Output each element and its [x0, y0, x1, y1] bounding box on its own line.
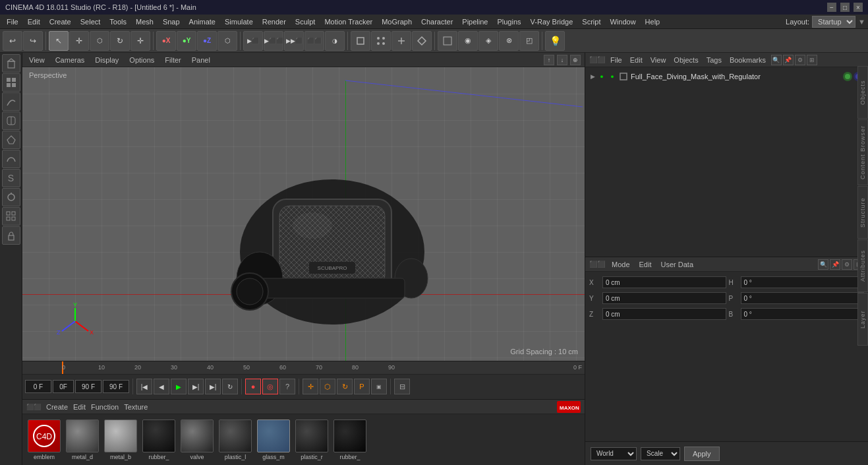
polygons-mode-button[interactable] [412, 31, 432, 51]
vp-menu-view[interactable]: View [26, 55, 47, 65]
menu-snap[interactable]: Snap [159, 16, 184, 27]
side-tab-structure[interactable]: Structure [857, 186, 868, 239]
frame-start-input[interactable] [53, 380, 74, 393]
vp-menu-cameras[interactable]: Cameras [53, 55, 88, 65]
attr-settings-btn[interactable]: ⚙ [842, 259, 852, 270]
left-tool-deformer[interactable] [2, 111, 20, 130]
redo-button[interactable]: ↪ [23, 31, 43, 51]
timeline-layout-button[interactable]: ⊟ [394, 379, 410, 394]
vp-nav-up[interactable]: ↑ [544, 55, 554, 65]
menu-create[interactable]: Create [45, 16, 75, 27]
attr-pin-btn[interactable]: 📌 [830, 259, 840, 270]
om-expand-button[interactable]: ⊞ [807, 55, 817, 65]
scale-tool-button[interactable]: ⬡ [90, 31, 109, 51]
menu-plugins[interactable]: Plugins [493, 16, 525, 27]
side-tab-layer[interactable]: Layer [857, 293, 868, 346]
key-help-button[interactable]: ? [279, 379, 295, 394]
left-tool-lock[interactable] [2, 226, 20, 245]
play-button[interactable]: ▶ [171, 379, 187, 394]
left-tool-paint[interactable] [2, 188, 20, 206]
light-button[interactable]: 💡 [545, 31, 565, 51]
attr-field-x-h[interactable]: 0 ° [741, 276, 865, 288]
side-tab-content-browser[interactable]: Content Browser [857, 119, 868, 185]
left-tool-checker[interactable] [2, 73, 20, 92]
menu-pipeline[interactable]: Pipeline [458, 16, 492, 27]
mat-menu-edit[interactable]: Edit [73, 403, 86, 411]
render-region-button[interactable]: ◑ [325, 31, 345, 51]
mat-menu-create[interactable]: Create [46, 403, 68, 411]
render-settings-button[interactable]: ◰ [519, 31, 539, 51]
y-axis-button[interactable]: ●Y [177, 31, 196, 51]
pos-key-button[interactable]: ✛ [303, 379, 318, 394]
menu-mograph[interactable]: MoGraph [378, 16, 416, 27]
mat-menu-texture[interactable]: Texture [124, 403, 148, 411]
om-menu-objects[interactable]: Objects [671, 55, 701, 65]
left-tool-cube[interactable] [2, 54, 20, 73]
step-back-button[interactable]: ◀ [154, 379, 169, 394]
menu-script[interactable]: Script [578, 16, 604, 27]
picture-viewer-button[interactable]: ⬛⬛ [304, 31, 324, 51]
obj-tag-1[interactable] [843, 72, 852, 81]
om-menu-bookmarks[interactable]: Bookmarks [727, 55, 768, 65]
attr-field-z-b[interactable]: 0 ° [741, 308, 865, 320]
timeline-ruler[interactable]: 0 10 20 30 40 50 60 70 80 90 0 F [22, 361, 585, 375]
single-view-button[interactable] [438, 31, 457, 51]
attr-field-z-pos[interactable]: 0 cm [602, 308, 726, 320]
om-menu-edit[interactable]: Edit [627, 55, 645, 65]
go-start-button[interactable]: |◀ [136, 379, 152, 394]
step-forward-button[interactable]: ▶| [188, 379, 204, 394]
vp-nav-plus[interactable]: ⊕ [570, 55, 581, 65]
attr-menu-mode[interactable]: Mode [609, 259, 633, 270]
maximize-button[interactable]: □ [840, 3, 850, 12]
record-button[interactable]: ● [245, 379, 261, 394]
side-tab-attributes[interactable]: Attributes [857, 239, 868, 292]
om-pin-button[interactable]: 📌 [783, 55, 794, 65]
select-tool-button[interactable]: ↖ [49, 31, 69, 51]
vp-menu-display[interactable]: Display [92, 55, 121, 65]
menu-sculpt[interactable]: Sculpt [291, 16, 320, 27]
coord-scale-select[interactable]: Scale Size [641, 447, 680, 460]
menu-edit[interactable]: Edit [24, 16, 44, 27]
material-rubber[interactable]: rubber_ [142, 419, 175, 460]
material-plastic-red[interactable]: plastic_r [295, 419, 328, 460]
om-menu-tags[interactable]: Tags [704, 55, 724, 65]
om-settings-button[interactable]: ⚙ [795, 55, 805, 65]
undo-button[interactable]: ↩ [3, 31, 22, 51]
apply-button[interactable]: Apply [684, 447, 720, 461]
left-tool-grid[interactable] [2, 207, 20, 226]
attr-menu-edit[interactable]: Edit [637, 259, 654, 270]
left-tool-s-icon[interactable]: S [2, 169, 20, 187]
layout-select[interactable]: Startup [812, 16, 855, 28]
render-view-button[interactable]: ▶⬛ [243, 31, 263, 51]
attr-search-btn[interactable]: 🔍 [818, 259, 828, 270]
viewport[interactable]: View Cameras Display Options Filter Pane… [22, 53, 585, 361]
rot-key-button[interactable]: ↻ [337, 379, 353, 394]
move-tool-button[interactable]: ✛ [69, 31, 89, 51]
world-axis-button[interactable]: ⬡ [217, 31, 237, 51]
vp-nav-down[interactable]: ↓ [557, 55, 567, 65]
menu-file[interactable]: File [3, 16, 22, 27]
hud-button[interactable]: ⊗ [499, 31, 519, 51]
vp-menu-panel[interactable]: Panel [189, 55, 213, 65]
material-plastic-light[interactable]: plastic_l [219, 419, 252, 460]
minimize-button[interactable]: − [827, 3, 836, 12]
attr-menu-userdata[interactable]: User Data [658, 259, 697, 270]
frame-max-input[interactable] [103, 380, 129, 393]
attr-field-y-pos[interactable]: 0 cm [602, 292, 726, 304]
render-active-button[interactable]: ▶▶⬛ [284, 31, 304, 51]
attr-field-y-p[interactable]: 0 ° [741, 292, 865, 304]
display-quality-button[interactable]: ◈ [478, 31, 498, 51]
viewport-canvas[interactable]: Perspective [22, 67, 585, 361]
auto-key-button[interactable]: ◎ [262, 379, 278, 394]
object-mode-button[interactable] [351, 31, 370, 51]
menu-select[interactable]: Select [76, 16, 105, 27]
param-key-button[interactable]: P [354, 379, 370, 394]
menu-tools[interactable]: Tools [105, 16, 130, 27]
rotate-tool-button[interactable]: ↻ [110, 31, 130, 51]
material-metal-dark[interactable]: metal_d [66, 419, 99, 460]
menu-character[interactable]: Character [417, 16, 457, 27]
mat-menu-function[interactable]: Function [91, 403, 119, 411]
loop-button[interactable]: ↻ [222, 379, 238, 394]
x-axis-button[interactable]: ●X [156, 31, 176, 51]
menu-animate[interactable]: Animate [185, 16, 219, 27]
